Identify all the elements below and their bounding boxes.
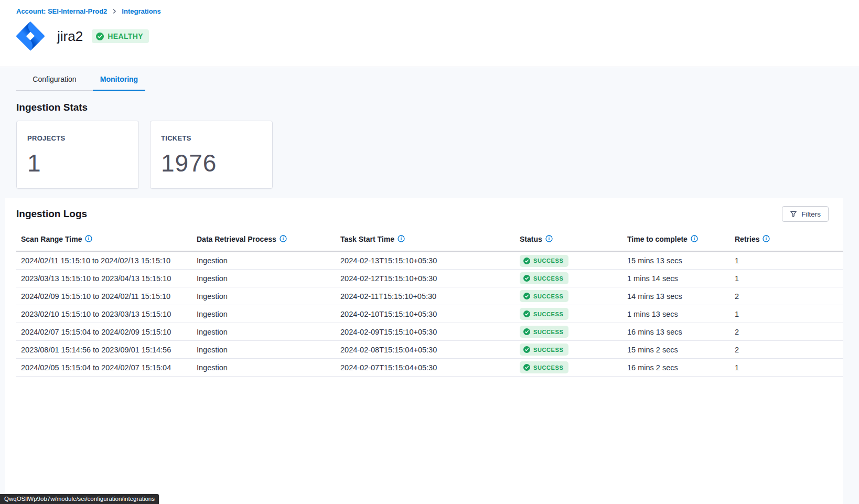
health-status-badge: HEALTHY [92, 29, 149, 43]
stat-card-projects: PROJECTS 1 [16, 121, 139, 189]
cell-status: SUCCESS [520, 287, 627, 305]
check-circle-icon [523, 293, 530, 299]
logs-table-body: 2024/02/11 15:15:10 to 2024/02/13 15:15:… [16, 252, 843, 377]
status-badge: SUCCESS [520, 272, 568, 284]
table-row: 2023/02/10 15:15:10 to 2023/03/13 15:15:… [16, 305, 843, 323]
info-icon[interactable] [398, 235, 405, 244]
status-badge-label: SUCCESS [533, 347, 563, 353]
cell-scan-range-time: 2023/02/10 15:15:10 to 2023/03/13 15:15:… [16, 305, 197, 323]
cell-data-retrieval-process: Ingestion [197, 341, 340, 359]
ingestion-logs-table: Scan Range Time Data Retrieval Process T… [16, 228, 843, 377]
cell-retries: 2 [735, 323, 843, 341]
table-row: 2023/03/13 15:15:10 to 2023/04/13 15:15:… [16, 270, 843, 287]
cell-task-start-time: 2024-02-08T15:15:04+05:30 [340, 341, 520, 359]
breadcrumb-integrations-link[interactable]: Integrations [122, 7, 160, 15]
cell-retries: 2 [735, 341, 843, 359]
cell-scan-range-time: 2024/02/09 15:15:10 to 2024/02/11 15:15:… [16, 287, 197, 305]
info-icon[interactable] [545, 235, 553, 244]
status-badge-label: SUCCESS [533, 364, 563, 371]
column-header-task-start-time: Task Start Time [340, 235, 394, 243]
cell-status: SUCCESS [520, 359, 627, 377]
table-row: 2024/02/11 15:15:10 to 2024/02/13 15:15:… [16, 252, 843, 270]
cell-time-to-complete: 1 mins 13 secs [627, 305, 735, 323]
ingestion-logs-title: Ingestion Logs [16, 208, 87, 220]
jira-logo-icon [16, 21, 46, 51]
cell-retries: 1 [735, 305, 843, 323]
ingestion-logs-panel: Ingestion Logs Filters Scan Range Time D… [5, 198, 843, 504]
ingestion-stats-title: Ingestion Stats [16, 102, 843, 113]
cell-data-retrieval-process: Ingestion [197, 287, 340, 305]
column-header-retries: Retries [735, 235, 759, 243]
cell-time-to-complete: 1 mins 14 secs [627, 270, 735, 287]
status-badge: SUCCESS [520, 361, 568, 373]
cell-data-retrieval-process: Ingestion [197, 270, 340, 287]
ingestion-stats-section: Ingestion Stats PROJECTS 1 TICKETS 1976 [0, 102, 859, 189]
tab-configuration[interactable]: Configuration [16, 67, 93, 91]
status-badge-label: SUCCESS [533, 258, 563, 264]
stat-card-tickets: TICKETS 1976 [150, 121, 273, 189]
cell-time-to-complete: 16 mins 2 secs [627, 359, 735, 377]
info-icon[interactable] [85, 235, 92, 244]
cell-scan-range-time: 2023/03/13 15:15:10 to 2023/04/13 15:15:… [16, 270, 197, 287]
filter-funnel-icon [790, 210, 797, 218]
info-icon[interactable] [691, 235, 698, 244]
check-circle-icon [523, 328, 530, 335]
cell-status: SUCCESS [520, 323, 627, 341]
check-circle-icon [523, 310, 530, 317]
stat-label: PROJECTS [27, 134, 128, 142]
breadcrumb-account-link[interactable]: Account: SEI-Internal-Prod2 [16, 7, 107, 15]
cell-retries: 2 [735, 287, 843, 305]
table-row: 2024/02/07 15:15:04 to 2024/02/09 15:15:… [16, 323, 843, 341]
status-badge-label: SUCCESS [533, 329, 563, 335]
status-badge-label: SUCCESS [533, 293, 563, 299]
cell-data-retrieval-process: Ingestion [197, 323, 340, 341]
page-title: jira2 [57, 28, 83, 45]
status-badge: SUCCESS [520, 344, 568, 356]
filters-button-label: Filters [801, 210, 821, 218]
stat-value: 1 [27, 149, 128, 177]
cell-time-to-complete: 15 mins 13 secs [627, 252, 735, 270]
info-icon[interactable] [763, 235, 770, 244]
cell-task-start-time: 2024-02-13T15:15:10+05:30 [340, 252, 520, 270]
column-header-status: Status [520, 235, 542, 243]
cell-time-to-complete: 16 mins 13 secs [627, 323, 735, 341]
cell-scan-range-time: 2023/08/01 15:14:56 to 2023/09/01 15:14:… [16, 341, 197, 359]
cell-time-to-complete: 15 mins 2 secs [627, 341, 735, 359]
cell-time-to-complete: 14 mins 13 secs [627, 287, 735, 305]
stat-value: 1976 [161, 149, 262, 177]
cell-retries: 1 [735, 359, 843, 377]
health-badge-label: HEALTHY [108, 32, 143, 40]
filters-button[interactable]: Filters [782, 206, 829, 222]
check-circle-icon [523, 258, 530, 264]
breadcrumb: Account: SEI-Internal-Prod2 Integrations [16, 7, 843, 15]
status-badge: SUCCESS [520, 255, 568, 267]
page-header: Account: SEI-Internal-Prod2 Integrations… [0, 0, 859, 67]
cell-status: SUCCESS [520, 270, 627, 287]
cell-retries: 1 [735, 252, 843, 270]
cell-task-start-time: 2024-02-12T15:15:10+05:30 [340, 270, 520, 287]
cell-status: SUCCESS [520, 341, 627, 359]
link-url-status-bar: QwqOSllWp9ob7w/module/sei/configuration/… [0, 494, 159, 504]
status-badge-label: SUCCESS [533, 311, 563, 317]
check-circle-icon [523, 346, 530, 353]
check-circle-icon [523, 364, 530, 371]
stat-cards: PROJECTS 1 TICKETS 1976 [16, 121, 843, 189]
cell-retries: 1 [735, 270, 843, 287]
cell-scan-range-time: 2024/02/05 15:15:04 to 2024/02/07 15:15:… [16, 359, 197, 377]
table-row: 2024/02/09 15:15:10 to 2024/02/11 15:15:… [16, 287, 843, 305]
tab-monitoring[interactable]: Monitoring [93, 67, 145, 91]
table-row: 2024/02/05 15:15:04 to 2024/02/07 15:15:… [16, 359, 843, 377]
cell-task-start-time: 2024-02-11T15:15:10+05:30 [340, 287, 520, 305]
cell-task-start-time: 2024-02-07T15:15:04+05:30 [340, 359, 520, 377]
cell-scan-range-time: 2024/02/07 15:15:04 to 2024/02/09 15:15:… [16, 323, 197, 341]
column-header-data-retrieval-process: Data Retrieval Process [197, 235, 276, 243]
cell-status: SUCCESS [520, 252, 627, 270]
check-circle-icon [523, 275, 530, 282]
check-circle-icon [96, 33, 104, 40]
status-badge-label: SUCCESS [533, 275, 563, 282]
cell-scan-range-time: 2024/02/11 15:15:10 to 2024/02/13 15:15:… [16, 252, 197, 270]
cell-status: SUCCESS [520, 305, 627, 323]
integration-title-row: jira2 HEALTHY [16, 21, 843, 51]
info-icon[interactable] [280, 235, 287, 244]
cell-data-retrieval-process: Ingestion [197, 252, 340, 270]
